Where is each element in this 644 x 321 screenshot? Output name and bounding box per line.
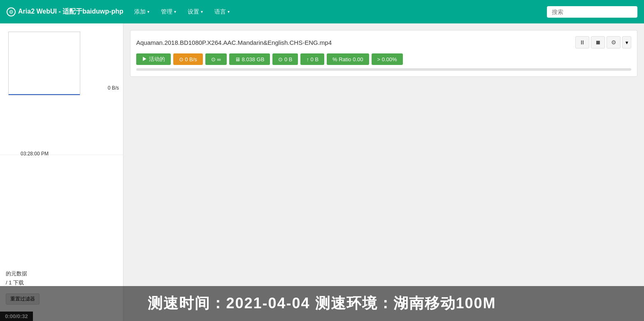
- add-arrow-icon: ▾: [147, 9, 149, 14]
- pause-button[interactable]: ⏸: [575, 36, 589, 48]
- badge-size: 🖥 8.038 GB: [229, 53, 270, 65]
- badge-connections: ⊙ ∞: [205, 53, 227, 65]
- main-layout: 0 B/s 03:28:00 PM 的元数据 / 1 下载 重置过滤器 0:00…: [0, 23, 644, 321]
- badge-speed: ⊙ 0 B/s: [173, 53, 203, 65]
- badge-uploaded: ⊙ 0 B: [272, 53, 298, 65]
- language-arrow-icon: ▾: [228, 9, 230, 14]
- brand-label: Aria2 WebUI - 适配于baiduwp-php: [18, 7, 123, 16]
- reset-filter-button[interactable]: 重置过滤器: [6, 293, 40, 305]
- dropdown-button[interactable]: ▾: [622, 36, 631, 48]
- chart-speed-label: 0 B/s: [108, 85, 119, 91]
- content-area: Aquaman.2018.BD1080P.X264.AAC.Mandarin&E…: [123, 23, 644, 321]
- status-badges: ▶ 活动的 ⊙ 0 B/s ⊙ ∞ 🖥 8.038 GB ⊙ 0 B ↑ 0 B…: [136, 53, 631, 65]
- progress-bar-container: [136, 68, 631, 71]
- add-menu[interactable]: 添加 ▾: [130, 6, 153, 18]
- video-timer: 0:00/0:32: [0, 312, 33, 321]
- download-filename: Aquaman.2018.BD1080P.X264.AAC.Mandarin&E…: [136, 39, 332, 46]
- gear-icon: ⚙: [611, 39, 616, 46]
- language-menu[interactable]: 语言 ▾: [210, 6, 234, 18]
- badge-progress: > 0.00%: [372, 53, 403, 65]
- pause-icon: ⏸: [579, 39, 585, 46]
- badge-ratio: % Ratio 0.00: [327, 53, 369, 65]
- manage-menu[interactable]: 管理 ▾: [157, 6, 180, 18]
- download-settings-button[interactable]: ⚙: [607, 36, 621, 48]
- chevron-down-icon: ▾: [625, 39, 628, 46]
- download-actions: ⏸ ⏹ ⚙ ▾: [575, 36, 631, 48]
- chart-area: 0 B/s 03:28:00 PM: [0, 23, 123, 155]
- sidebar-info: 的元数据 / 1 下载: [0, 264, 33, 292]
- download-header: Aquaman.2018.BD1080P.X264.AAC.Mandarin&E…: [136, 36, 631, 48]
- sidebar: 0 B/s 03:28:00 PM 的元数据 / 1 下载 重置过滤器 0:00…: [0, 23, 123, 321]
- download-item: Aquaman.2018.BD1080P.X264.AAC.Mandarin&E…: [130, 30, 637, 77]
- navbar: ⊙ Aria2 WebUI - 适配于baiduwp-php 添加 ▾ 管理 ▾…: [0, 0, 644, 23]
- logo-icon: ⊙: [7, 7, 16, 16]
- brand: ⊙ Aria2 WebUI - 适配于baiduwp-php: [7, 7, 123, 16]
- manage-arrow-icon: ▾: [174, 9, 176, 14]
- settings-menu[interactable]: 设置 ▾: [184, 6, 207, 18]
- badge-upload-speed: ↑ 0 B: [300, 53, 324, 65]
- chart-time-label: 03:28:00 PM: [21, 151, 49, 157]
- speed-chart: [8, 32, 80, 95]
- download-count: / 1 下载: [6, 279, 27, 286]
- stop-icon: ⏹: [595, 39, 601, 46]
- search-input[interactable]: [547, 6, 637, 18]
- badge-active: ▶ 活动的: [136, 53, 171, 65]
- settings-arrow-icon: ▾: [201, 9, 203, 14]
- stop-button[interactable]: ⏹: [591, 36, 605, 48]
- metadata-label: 的元数据: [6, 270, 27, 277]
